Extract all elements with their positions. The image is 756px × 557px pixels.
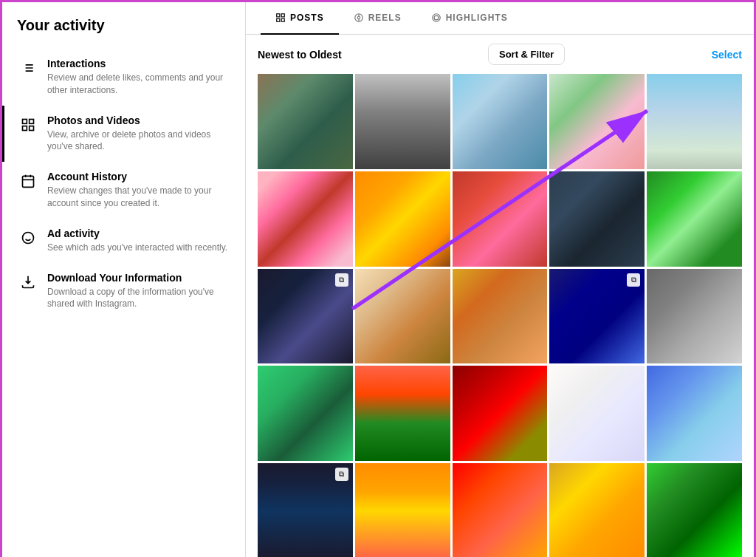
svg-rect-1 [30,119,34,123]
photo-cell[interactable]: ⧉ [258,269,353,364]
history-label: Account History [47,171,230,182]
photo-cell[interactable] [647,463,742,557]
sidebar-item-download[interactable]: Download Your Information Download a cop… [2,263,245,320]
photo-cell[interactable] [453,171,548,267]
photo-grid: ⧉⧉⧉ [258,74,742,557]
svg-rect-14 [281,18,284,21]
select-link[interactable]: Select [712,49,742,61]
reels-icon [354,13,364,23]
photo-image [647,171,742,267]
sidebar-item-photos[interactable]: Photos and Videos View, archive or delet… [2,106,245,163]
photo-image [258,366,353,461]
photo-cell[interactable] [647,269,742,364]
history-desc: Review changes that you've made to your … [47,185,230,210]
photo-cell[interactable] [453,463,548,557]
photo-cell[interactable] [355,171,450,267]
photo-cell[interactable] [647,366,742,461]
photo-image [355,366,450,461]
svg-point-20 [434,16,439,20]
multi-photo-icon: ⧉ [627,273,640,287]
photo-image [453,74,548,169]
photo-cell[interactable] [355,463,450,557]
photo-image [549,366,645,461]
photo-cell[interactable] [258,74,353,169]
tab-reels[interactable]: REELS [339,2,416,35]
photo-cell[interactable] [355,269,450,364]
photo-image [453,366,548,461]
photo-image [453,269,548,364]
photo-cell[interactable] [549,171,645,267]
photo-image [453,463,548,557]
svg-point-19 [432,14,440,22]
svg-rect-0 [23,119,27,123]
photo-image [647,269,742,364]
sort-filter-button[interactable]: Sort & Filter [488,44,565,65]
photo-image [355,171,450,267]
tab-highlights-label: HIGHLIGHTS [446,13,508,23]
photo-cell[interactable] [355,366,450,461]
photo-cell[interactable] [258,366,353,461]
photo-cell[interactable]: ⧉ [549,269,645,364]
photo-cell[interactable] [549,366,645,461]
svg-rect-11 [277,14,280,17]
photo-cell[interactable] [355,74,450,169]
sidebar-item-history[interactable]: Account History Review changes that you'… [2,162,245,219]
photo-cell[interactable]: ⧉ [258,463,353,557]
photo-image [355,74,450,169]
history-icon [19,172,37,190]
ad-icon [19,229,37,247]
interactions-icon [19,59,37,77]
multi-photo-icon: ⧉ [335,273,348,287]
posts-header: Newest to Oldest Sort & Filter Select [246,35,754,74]
svg-rect-13 [277,18,280,21]
photo-image [258,171,353,267]
multi-photo-icon: ⧉ [335,468,348,481]
svg-point-8 [23,232,34,243]
photo-image: ⧉ [549,269,645,364]
svg-rect-4 [23,177,34,188]
photo-image [258,74,353,169]
svg-point-16 [357,16,360,19]
photo-image: ⧉ [258,463,353,557]
ad-desc: See which ads you've interacted with rec… [47,242,230,254]
photo-cell[interactable] [258,171,353,267]
photo-image [355,463,450,557]
photo-cell[interactable] [453,74,548,169]
photo-cell[interactable] [549,74,645,169]
tab-posts-label: POSTS [290,13,324,23]
photo-cell[interactable] [549,463,645,557]
tab-reels-label: REELS [368,13,402,23]
photo-cell[interactable] [647,171,742,267]
photo-image [549,463,645,557]
grid-icon [275,13,286,23]
photo-image [355,269,450,364]
content-area: POSTS REELS HIGHLIGHTS Newest to Oldest … [246,2,754,557]
photo-image [647,366,742,461]
download-icon [19,273,37,291]
interactions-label: Interactions [47,58,230,69]
tab-highlights[interactable]: HIGHLIGHTS [416,2,523,35]
sidebar-item-interactions[interactable]: Interactions Review and delete likes, co… [2,49,245,106]
photo-image [647,74,742,169]
tabs-bar: POSTS REELS HIGHLIGHTS [246,2,754,35]
photo-cell[interactable] [647,74,742,169]
svg-rect-3 [23,126,27,130]
photo-image [453,171,548,267]
sidebar-title: Your activity [2,17,245,49]
download-label: Download Your Information [47,272,230,284]
photo-grid-container[interactable]: ⧉⧉⧉ [246,74,754,557]
ad-label: Ad activity [47,228,230,239]
photo-cell[interactable] [453,269,548,364]
interactions-desc: Review and delete likes, comments and yo… [47,72,230,97]
photos-desc: View, archive or delete photos and video… [47,129,230,154]
photo-cell[interactable] [453,366,548,461]
sidebar: Your activity Interactions Review and de… [2,2,246,557]
photo-image [549,171,645,267]
photos-label: Photos and Videos [47,115,230,126]
photo-image: ⧉ [258,269,353,364]
tab-posts[interactable]: POSTS [261,2,339,35]
sidebar-item-ads[interactable]: Ad activity See which ads you've interac… [2,219,245,263]
photo-image [549,74,645,169]
photo-image [647,463,742,557]
highlights-icon [431,13,441,23]
